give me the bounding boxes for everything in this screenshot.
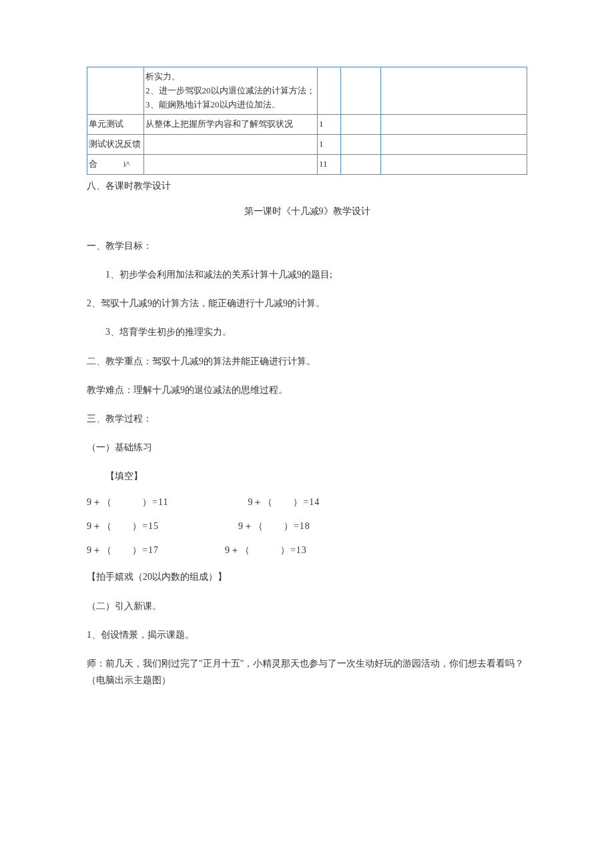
process-heading: 三、教学过程： [87,410,527,427]
cell-content [144,135,318,155]
table-row: 析实力。 2、进一步驾驭20以内退位减法的计算方法； 3、能娴熟地计算20以内进… [87,67,527,115]
cell-content [144,154,318,174]
cell-blank [381,115,527,135]
step-1: （一）基础练习 [87,439,527,456]
cell-hours: 1 [318,115,341,135]
cell-topic: 单元测试 [87,115,144,135]
cell-blank [341,115,381,135]
equation: 9＋（ ）=18 [238,520,310,532]
objectives-heading: 一、教学目标： [87,238,527,254]
cell-topic [87,67,144,115]
equation-row: 9＋（ ）=15 9＋（ ）=18 [87,520,527,532]
focus-heading: 二、教学重点：驾驭十几减9的算法并能正确进行计算。 [87,353,527,370]
equation: 9＋（ ）=14 [248,496,320,508]
teacher-dialogue: 师：前几天，我们刚过完了"正月十五"，小精灵那天也参与了一次生动好玩的游园活动，… [87,655,527,689]
cell-blank [381,154,527,174]
cell-blank [341,154,381,174]
lesson-title: 第一课时《十几减9》教学设计 [87,205,527,218]
objective-1: 1、初步学会利用加法和减法的关系计算十几减9的题目; [87,266,527,283]
equation-row: 9＋（ ）=11 9＋（ ）=14 [87,496,527,508]
cell-blank [381,67,527,115]
cell-content: 从整体上把握所学内容和了解驾驭状况 [144,115,318,135]
equation: 9＋（ ）=15 [87,520,159,532]
cell-blank [341,135,381,155]
clap-game-label: 【拍手嬉戏（20以内数的组成）】 [87,568,527,585]
cell-topic: 测试状况反馈 [87,135,144,155]
cell-blank [341,67,381,115]
scene-setup-label: 1、创设情景，揭示课题。 [87,626,527,643]
equation: 9＋（ ）=11 [87,496,168,508]
fill-blank-label: 【填空】 [87,468,527,484]
cell-blank [381,135,527,155]
unit-plan-table: 析实力。 2、进一步驾驭20以内退位减法的计算方法； 3、能娴熟地计算20以内进… [87,67,527,175]
cell-topic: 合 i^ [87,154,144,174]
objective-2: 2、驾驭十几减9的计算方法，能正确进行十几减9的计算。 [87,295,527,312]
equation-row: 9＋（ ）=17 9＋（ ）=13 [87,544,527,556]
equation: 9＋（ ）=17 [87,544,159,556]
cell-content: 析实力。 2、进一步驾驭20以内退位减法的计算方法； 3、能娴熟地计算20以内进… [144,67,318,115]
table-row: 测试状况反馈 1 [87,135,527,155]
cell-hours [318,67,341,115]
step-2: （二）引入新课。 [87,598,527,614]
cell-hours: 1 [318,135,341,155]
cell-hours: 11 [318,154,341,174]
equation: 9＋（ ）=13 [225,544,307,556]
difficulty-heading: 教学难点：理解十几减9的退位减法的思维过程。 [87,382,527,398]
table-row: 单元测试 从整体上把握所学内容和了解驾驭状况 1 [87,115,527,135]
section-8-heading: 八、各课时教学设计 [87,180,527,192]
objective-3: 3、培育学生初步的推理实力。 [87,324,527,340]
table-row-total: 合 i^ 11 [87,154,527,174]
